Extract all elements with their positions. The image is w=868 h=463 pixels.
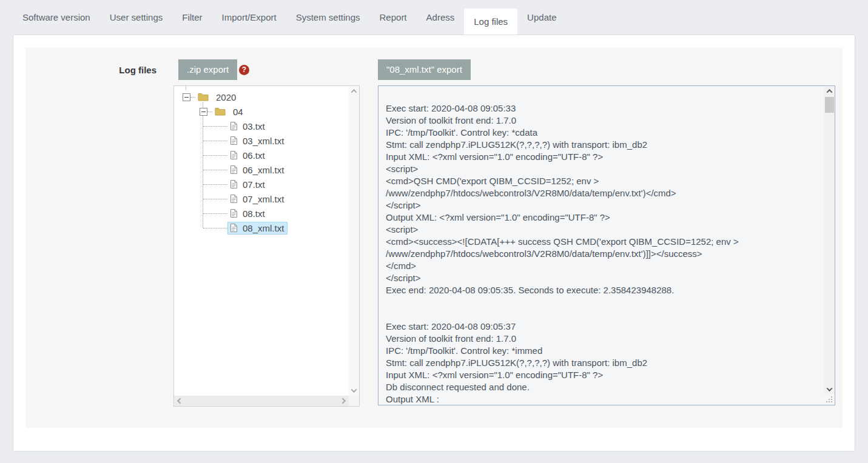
file-name: 08_xml.txt <box>243 223 284 233</box>
scrollbar-corner <box>349 396 359 406</box>
file-icon <box>230 165 238 175</box>
scroll-up-button[interactable] <box>349 86 359 96</box>
file-icon <box>230 136 238 145</box>
tree-connector <box>203 141 227 141</box>
tree-connector <box>203 213 227 214</box>
file-tree-panel: 2020 04 <box>173 85 360 407</box>
tab-adress[interactable]: Adress <box>417 0 465 35</box>
tree-horizontal-scrollbar[interactable] <box>174 396 349 406</box>
tree-connector <box>207 112 212 112</box>
tree-folder-04[interactable]: 04 <box>200 104 349 119</box>
log-files-section: Log files .zip export ? "08_xml.txt" exp… <box>25 48 843 428</box>
section-title: Log files <box>25 65 156 75</box>
tree-file-07-txt[interactable]: 07.txt <box>203 177 349 192</box>
tab-system-settings[interactable]: System settings <box>286 0 370 35</box>
tree-file-06-txt[interactable]: 06.txt <box>203 148 349 162</box>
file-icon <box>230 223 238 233</box>
file-name: 07.txt <box>243 179 265 190</box>
tab-user-settings[interactable]: User settings <box>100 0 173 35</box>
collapse-minus-icon[interactable] <box>183 93 190 101</box>
file-icon <box>230 121 238 131</box>
tree-vertical-scrollbar[interactable] <box>349 86 359 396</box>
chevron-up-icon <box>827 89 833 95</box>
tree-file-03-xml-txt[interactable]: 03_xml.txt <box>203 133 349 148</box>
log-textarea[interactable]: Exec start: 2020-04-08 09:05:33 Version … <box>378 85 835 405</box>
chevron-up-icon <box>351 89 357 95</box>
file-icon <box>230 179 238 189</box>
tab-log-files[interactable]: Log files <box>464 8 517 35</box>
tab-report[interactable]: Report <box>370 0 417 35</box>
tree-connector <box>203 155 227 156</box>
tree-file-03-txt[interactable]: 03.txt <box>203 119 349 133</box>
file-name: 08.txt <box>243 208 265 219</box>
tab-software-version[interactable]: Software version <box>13 0 100 35</box>
scroll-down-button[interactable] <box>349 385 359 396</box>
chevron-down-icon <box>351 387 357 393</box>
tab-import-export[interactable]: Import/Export <box>212 0 286 35</box>
tree-file-07-xml-txt[interactable]: 07_xml.txt <box>203 192 349 206</box>
folder-icon <box>215 107 226 116</box>
scrollbar-thumb[interactable] <box>825 97 834 113</box>
file-name: 03_xml.txt <box>243 136 284 146</box>
tree-connector <box>203 184 227 185</box>
file-name: 06.txt <box>243 150 265 161</box>
tree-connector <box>190 97 195 98</box>
content-panel: Log files .zip export ? "08_xml.txt" exp… <box>13 35 855 451</box>
collapse-minus-icon[interactable] <box>200 108 207 116</box>
tab-filter[interactable]: Filter <box>172 0 212 35</box>
tree-connector <box>203 126 227 127</box>
scroll-right-button[interactable] <box>338 396 349 406</box>
tree-folder-2020[interactable]: 2020 <box>183 90 349 104</box>
selected-file-node: 08_xml.txt <box>227 222 288 235</box>
zip-export-button[interactable]: .zip export <box>178 59 237 80</box>
log-vertical-scrollbar[interactable] <box>824 86 835 395</box>
file-export-button[interactable]: "08_xml.txt" export <box>378 59 471 80</box>
file-icon <box>230 194 238 204</box>
tree-connector <box>203 170 227 170</box>
folder-icon <box>198 93 209 101</box>
tab-update[interactable]: Update <box>517 0 566 35</box>
file-name: 03.txt <box>243 121 265 132</box>
chevron-left-icon <box>177 398 183 404</box>
tree-file-06-xml-txt[interactable]: 06_xml.txt <box>203 162 349 177</box>
resize-grip[interactable] <box>824 395 835 405</box>
tree-connector-line <box>203 116 203 228</box>
folder-name: 04 <box>233 107 243 117</box>
folder-name: 2020 <box>216 92 236 102</box>
tree-file-08-xml-txt-selected[interactable]: 08_xml.txt <box>203 221 349 235</box>
tree-file-08-txt[interactable]: 08.txt <box>203 206 349 221</box>
file-tree: 2020 04 <box>174 86 349 396</box>
file-icon <box>230 150 238 160</box>
chevron-right-icon <box>340 398 346 404</box>
tab-bar: Software version User settings Filter Im… <box>0 0 868 35</box>
scroll-left-button[interactable] <box>174 396 184 406</box>
scroll-down-button[interactable] <box>824 384 835 395</box>
file-name: 07_xml.txt <box>243 194 284 204</box>
chevron-down-icon <box>827 385 833 391</box>
log-text[interactable]: Exec start: 2020-04-08 09:05:33 Version … <box>378 86 824 405</box>
scroll-up-button[interactable] <box>824 86 835 96</box>
tree-connector <box>203 199 227 199</box>
tree-connector <box>203 228 227 228</box>
help-icon[interactable]: ? <box>239 65 249 75</box>
file-name: 06_xml.txt <box>243 165 284 175</box>
file-icon <box>230 208 238 218</box>
tree-connector-line <box>186 86 186 90</box>
